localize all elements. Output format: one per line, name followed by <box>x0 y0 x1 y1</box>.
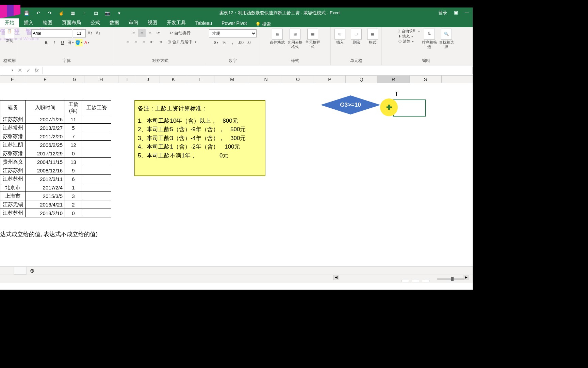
tab-layout[interactable]: 页面布局 <box>57 18 86 27</box>
table-cell[interactable]: 苏张家港 <box>0 132 26 141</box>
table-cell[interactable] <box>82 124 111 132</box>
tab-home[interactable]: 开始 <box>0 18 19 27</box>
increase-indent-icon[interactable]: ⇥ <box>157 38 164 46</box>
delete-cells-button[interactable]: ⊟删除 <box>349 29 364 45</box>
table-cell[interactable]: 2016/4/21 <box>26 200 65 209</box>
column-header[interactable]: E <box>0 76 25 83</box>
table-cell[interactable]: 2 <box>65 200 82 209</box>
percent-icon[interactable]: % <box>221 39 228 46</box>
ribbon-options-icon[interactable]: ▣ <box>454 10 458 16</box>
table-cell[interactable] <box>82 175 111 183</box>
sort-filter-button[interactable]: ⇅排序和筛选 <box>422 29 437 49</box>
decrease-decimal-icon[interactable]: .0 <box>245 39 253 46</box>
tab-data[interactable]: 数据 <box>105 18 124 27</box>
paste-button[interactable]: 📋 <box>5 29 14 38</box>
table-cell[interactable]: 江苏苏州 <box>0 166 26 175</box>
column-header[interactable]: S <box>410 76 442 83</box>
table-cell[interactable]: 2006/2/25 <box>26 141 65 149</box>
currency-icon[interactable]: $▾ <box>213 39 220 46</box>
format-cells-button[interactable]: ▦格式 <box>365 29 380 45</box>
tab-view[interactable]: 视图 <box>143 18 162 27</box>
orientation-icon[interactable]: ⟳ <box>154 29 162 37</box>
table-cell[interactable]: 7 <box>65 132 82 141</box>
selected-cell[interactable] <box>393 99 426 117</box>
save-icon[interactable]: 💾 <box>24 10 29 16</box>
table-cell[interactable]: 江苏苏州 <box>0 175 26 183</box>
column-header[interactable]: M <box>214 76 250 83</box>
wrap-text-button[interactable]: ↩ 自动换行 <box>169 29 191 37</box>
decrease-indent-icon[interactable]: ⇤ <box>148 38 156 46</box>
table-cell[interactable]: 江苏常州 <box>0 124 26 132</box>
align-center-icon[interactable]: ≡ <box>132 38 140 46</box>
table-cell[interactable]: 0 <box>65 149 82 158</box>
column-header[interactable]: H <box>84 76 118 83</box>
table-cell[interactable]: 2011/2/20 <box>26 132 65 141</box>
tab-formulas[interactable]: 公式 <box>86 18 105 27</box>
table-cell[interactable]: 上海市 <box>0 192 26 200</box>
italic-button[interactable]: I <box>51 39 58 46</box>
table-format-button[interactable]: ▦套用表格格式 <box>288 29 303 49</box>
table-cell[interactable]: 江苏苏州 <box>0 209 26 217</box>
tab-developer[interactable]: 开发工具 <box>162 18 191 27</box>
column-header[interactable]: K <box>160 76 187 83</box>
comma-icon[interactable]: , <box>229 39 236 46</box>
align-top-icon[interactable]: ≡ <box>130 29 137 37</box>
table-cell[interactable]: 6 <box>65 175 82 183</box>
table-cell[interactable] <box>82 200 111 209</box>
column-header[interactable]: J <box>136 76 160 83</box>
increase-decimal-icon[interactable]: .00 <box>237 39 245 46</box>
table-cell[interactable]: 3 <box>65 192 82 200</box>
fill-color-icon[interactable]: 🪣▾ <box>75 39 83 46</box>
table-cell[interactable]: 2013/2/27 <box>26 124 65 132</box>
table-cell[interactable]: 北京市 <box>0 183 26 192</box>
name-box[interactable]: ▾ <box>1 67 14 74</box>
underline-button[interactable]: U <box>59 39 66 46</box>
font-size-select[interactable] <box>73 29 86 37</box>
redo-icon[interactable]: ↷ <box>47 10 52 16</box>
align-bottom-icon[interactable]: ≡ <box>146 29 154 37</box>
table-cell[interactable] <box>82 115 111 124</box>
table-cell[interactable]: 5 <box>65 124 82 132</box>
table-cell[interactable]: 2007/1/26 <box>26 115 65 124</box>
column-header[interactable]: G <box>65 76 84 83</box>
column-header[interactable]: N <box>250 76 282 83</box>
table-cell[interactable]: 贵州兴义 <box>0 158 26 166</box>
formula-bar[interactable] <box>42 67 473 74</box>
table-cell[interactable] <box>82 183 111 192</box>
column-header[interactable]: R <box>377 76 410 83</box>
fill-button[interactable]: ⬇ 填充 ▾ <box>398 34 420 39</box>
column-header[interactable]: P <box>314 76 346 83</box>
table-cell[interactable] <box>82 141 111 149</box>
copy-button[interactable]: 复制 <box>6 38 13 43</box>
minimize-icon[interactable]: — <box>465 10 469 16</box>
table-cell[interactable]: 2015/3/5 <box>26 192 65 200</box>
fx-icon[interactable]: fx <box>35 67 39 74</box>
scroll-left-icon[interactable]: ◀ <box>333 275 339 280</box>
autosum-button[interactable]: Σ 自动求和 ▾ <box>398 29 420 34</box>
search-box[interactable]: 💡 搜索 <box>255 21 271 27</box>
cell-styles-button[interactable]: ▦单元格样式 <box>305 29 320 49</box>
zoom-slider[interactable] <box>437 278 464 280</box>
table-cell[interactable]: 2008/12/16 <box>26 166 65 175</box>
table-cell[interactable]: 苏张家港 <box>0 149 26 158</box>
column-header[interactable]: L <box>187 76 214 83</box>
table-cell[interactable]: 2004/11/15 <box>26 158 65 166</box>
qat-icon[interactable]: ▫ <box>82 10 87 16</box>
align-right-icon[interactable]: ≡ <box>140 38 148 46</box>
login-button[interactable]: 登录 <box>438 10 447 16</box>
table-cell[interactable] <box>82 132 111 141</box>
column-header[interactable]: Q <box>346 76 377 83</box>
table-cell[interactable]: 13 <box>65 158 82 166</box>
find-select-button[interactable]: 🔍查找和选择 <box>439 29 454 49</box>
table-cell[interactable]: 2018/2/10 <box>26 209 65 217</box>
tab-powerpivot[interactable]: Power Pivot <box>217 19 252 27</box>
tab-review[interactable]: 审阅 <box>124 18 143 27</box>
sheet-tab[interactable] <box>14 267 27 275</box>
qat-more-icon[interactable]: ▾ <box>116 10 122 16</box>
table-cell[interactable]: 江苏无锡 <box>0 200 26 209</box>
table-cell[interactable]: 2017/2/4 <box>26 183 65 192</box>
font-name-select[interactable] <box>31 29 72 37</box>
qat-icon[interactable]: ▤ <box>93 10 99 16</box>
touch-icon[interactable]: ☝ <box>59 10 64 16</box>
table-cell[interactable] <box>82 166 111 175</box>
